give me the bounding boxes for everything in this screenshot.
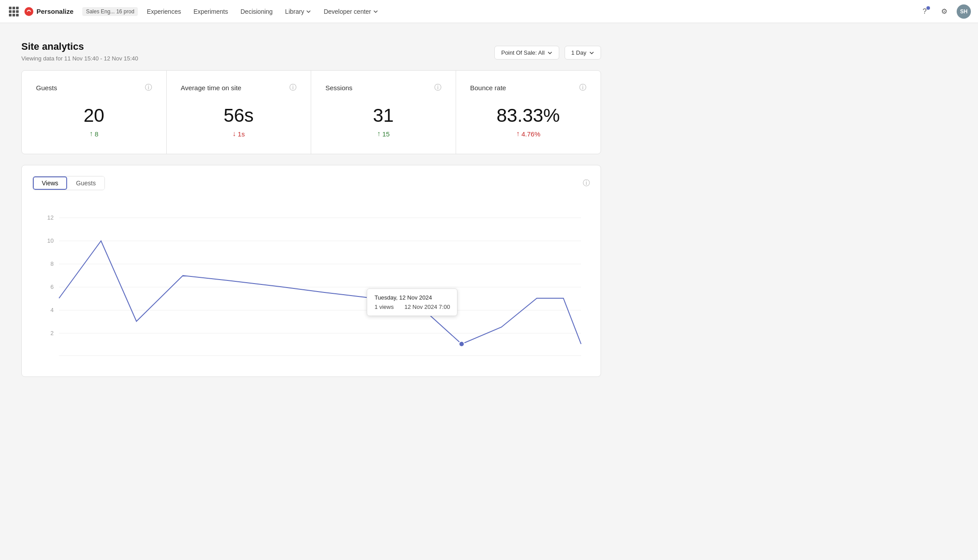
metric-title-bounce-rate: Bounce rate [470,84,506,92]
metric-header-avg-time: Average time on site ⓘ [181,83,297,92]
info-icon-sessions[interactable]: ⓘ [434,83,441,92]
main-nav-items: Experiences Experiments Decisioning Libr… [141,5,384,18]
arrow-up-icon-bad: ↑ [516,130,520,138]
environment-badge[interactable]: Sales Eng... 16 prod [82,7,138,16]
chart-tab-group: Views Guests [32,176,105,190]
metric-value-bounce-rate: 83.33% [470,105,587,126]
svg-text:10: 10 [47,237,53,244]
tab-views[interactable]: Views [33,176,67,190]
metric-delta-bounce-rate: ↑ 4.76% [470,130,587,138]
delta-value-sessions: 15 [382,130,390,138]
info-icon-bounce-rate[interactable]: ⓘ [579,83,586,92]
metric-title-sessions: Sessions [325,84,353,92]
metrics-row: Guests ⓘ 20 ↑ 8 Average time on site ⓘ 5… [21,70,601,154]
arrow-up-icon: ↑ [377,130,381,138]
metric-value-avg-time: 56s [181,105,297,126]
gear-icon: ⚙ [941,7,947,16]
chevron-down-icon [306,9,311,14]
delta-value-guests: 8 [95,130,98,138]
metric-delta-avg-time: ↓ 1s [181,130,297,138]
nav-item-experiments[interactable]: Experiments [188,5,233,18]
nav-item-experiences[interactable]: Experiences [141,5,186,18]
metric-header-bounce-rate: Bounce rate ⓘ [470,83,587,92]
pos-label: Point Of Sale: All [501,49,545,56]
svg-text:2: 2 [51,330,54,336]
delta-value-bounce-rate: 4.76% [521,130,541,138]
point-of-sale-filter[interactable]: Point Of Sale: All [494,46,559,60]
svg-text:8: 8 [51,260,54,267]
info-icon-guests[interactable]: ⓘ [145,83,152,92]
topnav-right-area: ? ⚙ SH [918,4,971,19]
grid-icon [9,7,19,16]
info-icon-avg-time[interactable]: ⓘ [289,83,297,92]
user-avatar[interactable]: SH [957,4,971,19]
tab-guests[interactable]: Guests [67,176,104,190]
chevron-down-icon [373,9,378,14]
metric-value-sessions: 31 [325,105,441,126]
chart-section: Views Guests ⓘ 12 10 [21,165,601,377]
time-range-filter[interactable]: 1 Day [565,46,601,60]
question-icon: ? [923,8,927,16]
svg-text:12: 12 [47,214,53,221]
settings-button[interactable]: ⚙ [937,4,951,19]
metric-delta-sessions: ↑ 15 [325,130,441,138]
metric-card-bounce-rate: Bounce rate ⓘ 83.33% ↑ 4.76% [456,71,601,154]
chevron-down-icon [589,50,594,56]
brand-icon [24,7,34,16]
notification-dot [926,6,930,10]
brand-name: Personalize [36,8,73,15]
chart-svg: 12 10 8 6 4 2 [32,204,590,364]
arrow-down-icon: ↓ [232,130,236,138]
main-content: Site analytics Viewing data for 11 Nov 1… [0,23,622,395]
svg-text:4: 4 [51,307,54,313]
metric-value-guests: 20 [36,105,152,126]
nav-item-library[interactable]: Library [280,5,317,18]
metric-card-avg-time: Average time on site ⓘ 56s ↓ 1s [167,71,312,154]
metric-title-avg-time: Average time on site [181,84,241,92]
chevron-down-icon [547,50,553,56]
tooltip-dot [459,341,464,347]
help-button[interactable]: ? [918,4,932,19]
svg-text:6: 6 [51,284,54,290]
chart-tab-area: Views Guests ⓘ [32,176,590,190]
delta-value-avg-time: 1s [238,130,245,138]
arrow-up-icon: ↑ [89,130,93,138]
metric-delta-guests: ↑ 8 [36,130,152,138]
metric-title-guests: Guests [36,84,57,92]
time-label: 1 Day [571,49,586,56]
nav-item-developer-center[interactable]: Developer center [318,5,384,18]
views-line [59,241,581,344]
top-navigation: Personalize Sales Eng... 16 prod Experie… [0,0,978,23]
metric-card-guests: Guests ⓘ 20 ↑ 8 [22,71,167,154]
brand-logo-area: Personalize [24,7,73,16]
metric-header-guests: Guests ⓘ [36,83,152,92]
chart-container: 12 10 8 6 4 2 [32,204,590,366]
info-icon-chart[interactable]: ⓘ [583,179,590,188]
svg-point-0 [24,7,33,16]
apps-menu-button[interactable] [7,5,20,18]
metric-card-sessions: Sessions ⓘ 31 ↑ 15 [311,71,456,154]
metric-header-sessions: Sessions ⓘ [325,83,441,92]
nav-item-decisioning[interactable]: Decisioning [235,5,278,18]
